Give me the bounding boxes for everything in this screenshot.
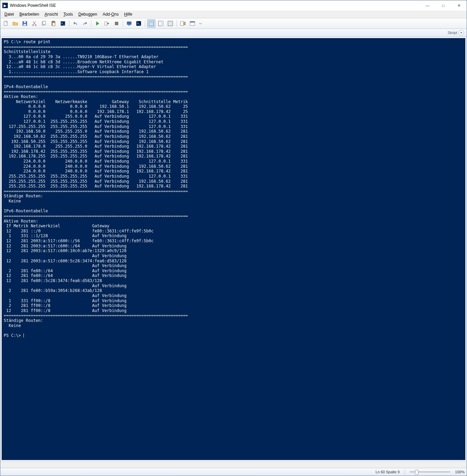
show-command-addon-button[interactable] bbox=[179, 19, 187, 28]
svg-text:>_: >_ bbox=[137, 22, 141, 25]
new-file-button[interactable] bbox=[2, 19, 10, 28]
redo-button[interactable] bbox=[81, 19, 89, 28]
menu-label: ns bbox=[115, 12, 119, 17]
show-command-window-button[interactable] bbox=[188, 19, 196, 28]
separator-icon bbox=[91, 20, 91, 27]
svg-rect-23 bbox=[168, 21, 173, 26]
run-script-button[interactable] bbox=[93, 19, 102, 28]
separator-icon bbox=[145, 20, 145, 27]
svg-rect-7 bbox=[43, 21, 46, 24]
cursor-position: Ln 60 Spalte 9 bbox=[376, 470, 400, 474]
chevron-down-icon: ▼ bbox=[459, 30, 464, 35]
close-button[interactable]: ✕ bbox=[451, 0, 467, 11]
cut-button[interactable] bbox=[30, 19, 38, 28]
svg-rect-2 bbox=[24, 21, 26, 23]
script-label: Skript bbox=[448, 31, 457, 35]
show-script-maximized-button[interactable] bbox=[166, 19, 174, 28]
menubar: Datei Bearbeiten Ansicht Tools Debuggen … bbox=[0, 11, 467, 18]
menu-tools[interactable]: Tools bbox=[60, 11, 75, 17]
titlebar: ▶ Windows PowerShell ISE — □ ✕ bbox=[0, 0, 467, 11]
show-script-right-button[interactable] bbox=[157, 19, 165, 28]
run-selection-button[interactable] bbox=[103, 19, 111, 28]
show-script-top-button[interactable] bbox=[147, 19, 155, 28]
svg-rect-0 bbox=[4, 21, 7, 26]
toolbar: >_ >_ bbox=[0, 18, 467, 29]
slider-thumb[interactable] bbox=[415, 470, 418, 475]
svg-rect-25 bbox=[184, 22, 185, 25]
menu-bearbeiten[interactable]: Bearbeiten bbox=[17, 11, 42, 17]
svg-rect-9 bbox=[52, 21, 54, 22]
menu-label: atei bbox=[7, 12, 14, 17]
menu-label: nsicht bbox=[47, 12, 58, 17]
paste-button[interactable] bbox=[49, 19, 57, 28]
svg-rect-20 bbox=[149, 21, 154, 23]
svg-rect-15 bbox=[127, 22, 131, 24]
clear-console-button[interactable]: >_ bbox=[59, 19, 67, 28]
menu-label: Add- bbox=[103, 12, 111, 17]
copy-button[interactable] bbox=[40, 19, 48, 28]
svg-rect-10 bbox=[53, 23, 55, 26]
undo-button[interactable] bbox=[71, 19, 80, 28]
svg-rect-24 bbox=[180, 21, 184, 26]
menu-label: ilfe bbox=[127, 12, 132, 17]
script-pane-header: Skript ▼ bbox=[0, 29, 467, 37]
save-button[interactable] bbox=[21, 19, 29, 28]
menu-label: ebuggen bbox=[81, 12, 97, 17]
menu-label: ools bbox=[65, 12, 73, 17]
toolbar-options-button[interactable] bbox=[198, 19, 203, 28]
stop-button[interactable] bbox=[113, 19, 121, 28]
svg-rect-16 bbox=[128, 25, 130, 26]
start-powershell-button[interactable]: >_ bbox=[135, 19, 143, 28]
separator-icon bbox=[69, 20, 69, 27]
console-container: PS C:\> route print ====================… bbox=[0, 37, 467, 461]
horizontal-scrollbar[interactable] bbox=[0, 461, 467, 468]
svg-rect-3 bbox=[23, 24, 26, 26]
minimize-button[interactable]: — bbox=[420, 0, 435, 11]
menu-datei[interactable]: Datei bbox=[2, 11, 17, 17]
separator-icon bbox=[404, 469, 405, 475]
menu-addons[interactable]: Add-Ons bbox=[100, 11, 121, 17]
separator-icon bbox=[123, 20, 123, 27]
window-title: Windows PowerShell ISE bbox=[10, 3, 420, 8]
svg-rect-22 bbox=[161, 21, 163, 26]
open-file-button[interactable] bbox=[11, 19, 19, 28]
slider-track bbox=[410, 471, 450, 473]
menu-hilfe[interactable]: Hilfe bbox=[121, 11, 135, 17]
svg-rect-27 bbox=[190, 21, 195, 22]
zoom-slider[interactable] bbox=[410, 471, 450, 473]
svg-rect-14 bbox=[115, 22, 118, 25]
menu-ansicht[interactable]: Ansicht bbox=[42, 11, 60, 17]
separator-icon bbox=[176, 20, 177, 27]
menu-label: earbeiten bbox=[22, 12, 39, 17]
console-pane[interactable]: PS C:\> route print ====================… bbox=[2, 38, 465, 460]
statusbar: Ln 60 Spalte 9 100% bbox=[0, 468, 467, 476]
maximize-button[interactable]: □ bbox=[435, 0, 451, 11]
svg-rect-13 bbox=[105, 22, 107, 25]
script-toggle[interactable]: Skript ▼ bbox=[448, 30, 464, 35]
new-remote-tab-button[interactable] bbox=[125, 19, 133, 28]
menu-debuggen[interactable]: Debuggen bbox=[75, 11, 100, 17]
svg-text:>_: >_ bbox=[61, 22, 65, 25]
app-window: ▶ Windows PowerShell ISE — □ ✕ Datei Bea… bbox=[0, 0, 467, 476]
zoom-value: 100% bbox=[455, 470, 465, 474]
app-icon: ▶ bbox=[2, 3, 8, 8]
